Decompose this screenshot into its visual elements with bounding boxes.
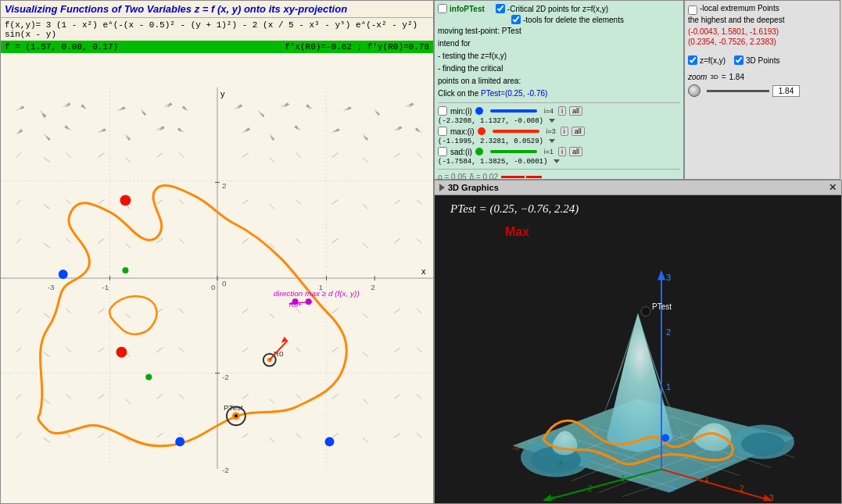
tools-delete-checkbox-row[interactable]: -tools for delete the elements	[511, 15, 624, 24]
tools-delete-checkbox[interactable]	[511, 15, 521, 24]
svg-point-177	[120, 195, 131, 206]
info-row: infoPTest -Critical 2D points for z=f(x,…	[438, 4, 680, 13]
sad-checkbox[interactable]	[438, 147, 447, 156]
svg-text:3: 3	[769, 494, 774, 502]
sad-all-button[interactable]: all	[569, 147, 582, 156]
max-i-button[interactable]: i	[561, 127, 568, 136]
zfxy-label: z=f(x,y)	[700, 56, 726, 65]
min-all-button[interactable]: all	[569, 106, 582, 116]
moving-test-info: moving test-point: PTest	[438, 26, 680, 37]
svg-text:-1: -1	[102, 283, 109, 291]
3d-graphics-header: 3D Graphics ✕	[435, 181, 841, 195]
svg-text:0: 0	[211, 283, 216, 291]
zoom-label: zoom	[688, 73, 707, 81]
max-row: max:(i) i=3 i all	[438, 127, 680, 136]
3d-points-checkbox[interactable]	[734, 55, 743, 65]
divider2	[438, 169, 680, 170]
sad-checkbox-row[interactable]	[438, 147, 447, 156]
min-row: min:(i) i=4 i all	[438, 106, 680, 116]
zfxy-checkbox-row[interactable]: z=f(x,y) 3D Points	[688, 55, 837, 65]
max-all-button[interactable]: all	[571, 127, 585, 136]
svg-text:-2: -2	[222, 466, 229, 474]
title-text: Visualizing Functions of Two Variables z…	[5, 3, 347, 15]
critical-2d-checkbox-row[interactable]: -Critical 2D points for z=f(x,y)	[496, 4, 608, 13]
min-checkbox[interactable]	[438, 106, 447, 116]
3d-close-button[interactable]: ✕	[829, 182, 837, 193]
zfxy-checkbox[interactable]	[688, 55, 697, 65]
min-checkbox-row[interactable]	[438, 106, 447, 116]
svg-text:0: 0	[222, 279, 227, 288]
sad-row: sad:(i) i=1 i all	[438, 147, 680, 156]
zoom-section: zoom 3D = 1.84 1.84	[688, 73, 837, 97]
3d-title-text: 3D Graphics	[448, 183, 499, 192]
expand-icon[interactable]	[439, 184, 445, 191]
min-dot	[475, 107, 483, 115]
extremum-coord1: (-0.0043, 1.5801, -1.6193)	[688, 27, 837, 36]
info-checkbox-row[interactable]: infoPTest	[438, 4, 485, 13]
svg-point-235	[641, 307, 650, 316]
local-extremum-row[interactable]: -local extremum Points	[688, 4, 837, 16]
sad-i-button[interactable]: i	[558, 147, 566, 156]
svg-text:2: 2	[740, 484, 744, 493]
svg-point-179	[116, 347, 127, 358]
sad-dot	[475, 148, 483, 155]
points-limited-label: points on a limited area:	[438, 76, 680, 87]
svg-point-178	[122, 267, 128, 273]
max-coords: (-1.1995, 2.3281, 0.0529)	[438, 138, 680, 145]
max-label-display: Max	[505, 225, 529, 239]
graph-area[interactable]: x y -1 0 1 2 -3 2 0 -2 -2 direction max …	[1, 53, 433, 503]
zoom-value: 1.84	[729, 73, 744, 81]
extremum-coord2: (0.2354, -0.7526, 2.2383)	[688, 38, 837, 46]
svg-text:PTest: PTest	[224, 403, 243, 412]
left-panel: Visualizing Functions of Two Variables z…	[0, 0, 434, 504]
svg-text:-3: -3	[513, 444, 519, 452]
svg-point-237	[661, 434, 669, 442]
svg-point-188	[235, 414, 238, 417]
svg-text:1: 1	[621, 474, 625, 483]
zoom-track[interactable]	[707, 90, 769, 92]
max-label: max:(i)	[450, 127, 475, 136]
max-slider[interactable]	[493, 130, 539, 133]
max-checkbox-row[interactable]	[438, 127, 447, 136]
zoom-input-display[interactable]: 1.84	[772, 85, 800, 97]
svg-text:PTest: PTest	[652, 302, 672, 311]
finding-label: - finding the critical	[438, 63, 680, 74]
max-checkbox[interactable]	[438, 127, 447, 136]
critical-2d-checkbox[interactable]	[496, 4, 505, 13]
grad-line-2	[526, 176, 542, 178]
svg-text:-3: -3	[556, 459, 562, 467]
graph-canvas[interactable]: x y -1 0 1 2 -3 2 0 -2 -2 direction max …	[1, 53, 433, 503]
svg-text:2: 2	[222, 181, 227, 190]
sad-i-label: i=1	[544, 148, 554, 155]
max-dot	[478, 127, 485, 135]
min-i-button[interactable]: i	[558, 106, 566, 116]
title-bar: Visualizing Functions of Two Variables z…	[1, 1, 433, 18]
extremum-panel: -local extremum Points the highest and t…	[684, 0, 840, 180]
sad-dropdown-icon[interactable]	[554, 159, 560, 163]
zoom-knob[interactable]	[688, 84, 700, 97]
local-extremum-checkbox[interactable]	[688, 5, 697, 15]
svg-text:3: 3	[666, 273, 671, 282]
sad-slider[interactable]	[490, 150, 537, 153]
info-ptest-label: infoPTest	[450, 5, 485, 13]
testing-label: - testing the z=f(x,y)	[438, 51, 680, 62]
min-slider[interactable]	[490, 109, 537, 113]
svg-point-180	[175, 437, 185, 446]
critical-2d-label: -Critical 2D points for z=f(x,y)	[507, 5, 608, 13]
3d-content[interactable]: PTest = (0.25, −0.76, 2.24) Max	[435, 195, 841, 501]
info-ptest-checkbox[interactable]	[438, 4, 447, 13]
min-coords: (-2.3208, 1.1327, -0.008)	[438, 117, 680, 125]
min-dropdown-icon[interactable]	[549, 119, 555, 123]
svg-text:1: 1	[666, 382, 671, 391]
svg-text:-2: -2	[222, 373, 229, 381]
tools-delete-label: -tools for delete the elements	[523, 16, 624, 24]
moving-test-label: moving test-point: PTest	[438, 27, 521, 35]
3d-scene-svg: 3 2 1 -2 1 2 3 1	[435, 195, 841, 501]
svg-text:2: 2	[588, 484, 593, 493]
ptest-formula-display: PTest = (0.25, −0.76, 2.24)	[450, 202, 579, 216]
max-dropdown-icon[interactable]	[549, 139, 555, 143]
formula-text: f(x,y)= 3 (1 - x²) eᴬ(-(x - 0.5)² - (y +…	[5, 20, 417, 39]
divider1	[438, 102, 680, 103]
min-i-label: i=4	[544, 107, 554, 115]
svg-text:direction max ≥ d (f(x, y)): direction max ≥ d (f(x, y))	[274, 289, 360, 298]
